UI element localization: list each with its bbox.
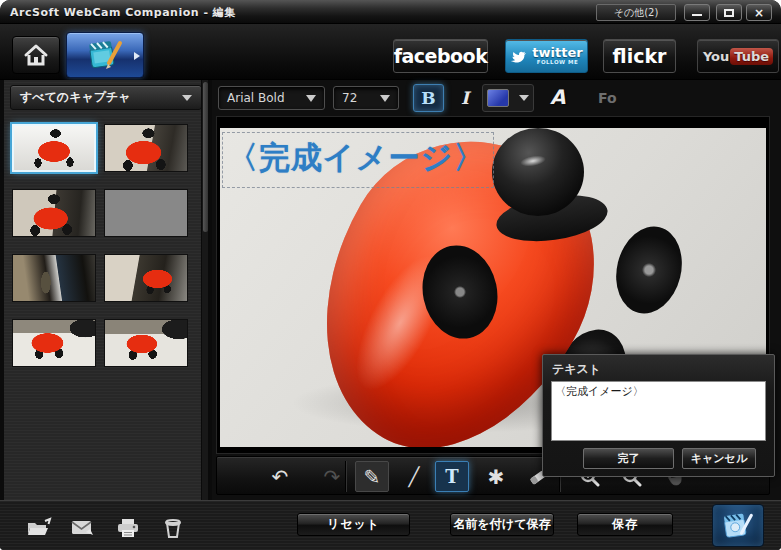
webcam-companion-button[interactable] [712,504,764,547]
color-swatch [487,89,509,107]
youtube-button[interactable]: You Tube [697,39,779,73]
email-icon [70,517,96,539]
thumbnail-6[interactable] [104,254,188,302]
edit-tab-button[interactable] [66,32,144,78]
window-title: ArcSoft WebCam Companion - 編集 [10,5,236,20]
font-family-value: Arial Bold [227,91,285,105]
capture-filter-label: すべてのキャプチャ [20,89,131,106]
clipart-tool-button[interactable]: ✱ [479,461,513,492]
reset-button[interactable]: リセット [297,513,410,536]
canvas-frame: 〈完成イメージ〉 テキスト 〈完成イメージ〉 完了 キャンセル [216,116,770,454]
app-window: ArcSoft WebCam Companion - 編集 その他(2) × [0,0,781,550]
edit-panel: Arial Bold 72 B I A Fo [212,80,781,500]
twitter-bird-icon [510,49,528,64]
line-tool-button[interactable]: ╱ [397,461,431,492]
home-icon [23,43,49,67]
title-bar: ArcSoft WebCam Companion - 編集 その他(2) × [0,0,781,24]
twitter-labels: twitter FOLLOW ME [532,46,582,66]
save-as-button[interactable]: 名前を付けて保存 [450,513,554,536]
text-dialog: テキスト 〈完成イメージ〉 完了 キャンセル [542,354,775,477]
font-size-select[interactable]: 72 [333,86,399,110]
chevron-down-icon [182,95,192,101]
done-button[interactable]: 完了 [583,448,674,469]
nav-bar: facebook twitter FOLLOW ME flickr You Tu… [0,24,781,80]
text-overlay: 〈完成イメージ〉 [227,139,485,175]
twitter-sublabel: FOLLOW ME [537,60,579,66]
maximize-button[interactable] [716,4,742,21]
scrollbar-thumb[interactable] [203,82,208,232]
text-color-picker[interactable] [482,84,534,112]
chevron-down-icon [306,95,316,102]
minimize-icon [692,14,702,16]
car-wheel [607,220,690,321]
minimize-button[interactable] [684,4,710,21]
flickr-label: flickr [613,45,667,67]
sidebar-scrollbar[interactable] [201,80,208,500]
dialog-text-input[interactable]: 〈完成イメージ〉 [551,381,766,441]
bold-button[interactable]: B [413,84,444,112]
folder-open-icon [26,517,52,539]
thumbnail-grid [12,124,188,367]
open-file-button[interactable] [24,515,54,541]
thumbnail-1[interactable] [12,124,96,172]
toolbar-divider [345,461,346,492]
flickr-button[interactable]: flickr [603,39,676,73]
chevron-down-icon [380,95,390,102]
close-button[interactable]: × [746,4,772,21]
car-dome [492,128,584,216]
text-opacity-button[interactable]: Fo [598,90,617,106]
save-button[interactable]: 保存 [577,513,673,536]
text-outline-button[interactable]: A [550,85,565,109]
thumbnail-7[interactable] [12,319,96,367]
cancel-button[interactable]: キャンセル [682,448,756,469]
twitter-button[interactable]: twitter FOLLOW ME [505,39,588,73]
thumbnail-8[interactable] [104,319,188,367]
footer-bar: リセット 名前を付けて保存 保存 [0,500,781,550]
font-family-select[interactable]: Arial Bold [218,86,325,110]
italic-button[interactable]: I [452,84,478,112]
home-button[interactable] [12,36,60,74]
delete-button[interactable] [158,515,188,541]
thumbnail-2[interactable] [104,124,188,172]
font-size-value: 72 [342,91,357,105]
pencil-tool-button[interactable]: ✎ [355,461,389,492]
maximize-icon [724,9,734,17]
undo-button[interactable]: ↶ [263,461,297,492]
printer-icon [116,517,140,539]
close-icon: × [754,7,764,19]
chevron-down-icon [519,95,529,101]
more-options-button[interactable]: その他(2) [596,4,676,21]
trash-icon [163,517,183,539]
facebook-button[interactable]: facebook [393,39,488,73]
thumbnail-4[interactable] [104,189,188,237]
youtube-tube-label: Tube [730,48,773,65]
capture-sidebar: すべてのキャプチャ [4,80,210,500]
chevron-right-icon [134,52,140,60]
thumbnail-3[interactable] [12,189,96,237]
print-button[interactable] [113,515,143,541]
text-overlay-box[interactable]: 〈完成イメージ〉 [222,132,494,188]
email-button[interactable] [68,515,98,541]
thumbnail-5[interactable] [12,254,96,302]
text-tool-button[interactable]: T [435,461,469,492]
redo-button[interactable]: ↷ [315,461,349,492]
capture-filter-dropdown[interactable]: すべてのキャプチャ [10,85,202,110]
twitter-label: twitter [532,46,582,59]
facebook-label: facebook [394,45,488,67]
dialog-title: テキスト [552,361,601,378]
edit-icon [85,37,125,73]
webcam-glow-icon [720,510,756,542]
youtube-you-label: You [703,49,729,64]
